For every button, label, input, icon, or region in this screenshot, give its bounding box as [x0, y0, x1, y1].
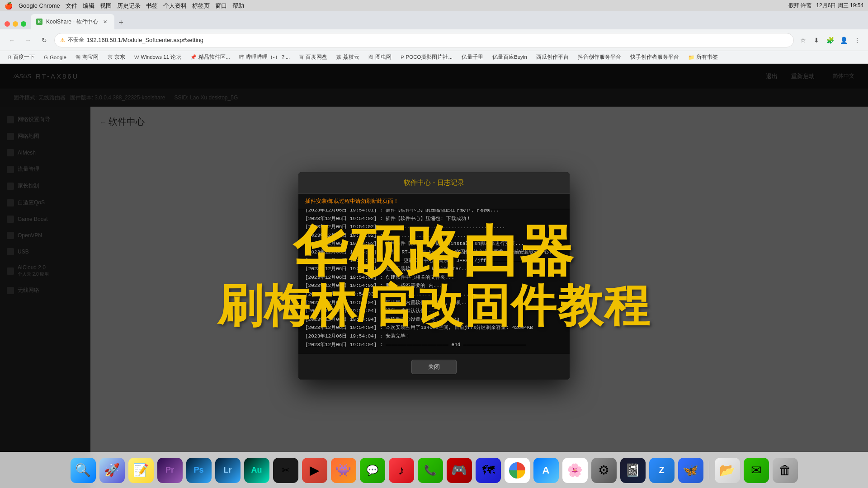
dock-music[interactable]: ♪: [389, 458, 414, 483]
active-tab[interactable]: K KoolShare - 软件中心 ✕: [31, 14, 114, 29]
dock-finder[interactable]: 🔍: [71, 458, 96, 483]
menu-profile[interactable]: 个人资料: [163, 2, 187, 10]
dock-lightroom[interactable]: Lr: [215, 458, 241, 483]
new-tab-btn[interactable]: +: [114, 16, 128, 29]
bookmark-all-icon: 📁: [688, 54, 694, 61]
address-bar: ← → ↻ ⚠ 不安全 192.168.50.1/Module_Softcent…: [0, 29, 868, 51]
menu-bookmarks[interactable]: 书签: [146, 2, 158, 10]
back-btn[interactable]: ←: [5, 34, 18, 47]
log-line: [2023年12月06日 19:54:04] : 为软件中心设置版本号: 1.9…: [305, 316, 563, 324]
bookmark-win11-icon: W: [134, 55, 139, 60]
dock-photoshop[interactable]: Ps: [186, 458, 212, 483]
bookmark-douyin[interactable]: 抖音创作服务平台: [574, 52, 625, 62]
bookmark-jd[interactable]: 京 京东: [104, 52, 129, 62]
bookmark-buyin[interactable]: 亿量百应Buyin: [489, 52, 531, 62]
menu-bar: 🍎 Google Chrome 文件 编辑 视图 历史记录 书签 个人资料 标签…: [0, 0, 868, 11]
menu-user: 假拜·许斋: [788, 2, 811, 9]
bookmark-bilibili-icon: 哔: [239, 54, 244, 61]
bookmark-all[interactable]: 📁 所有书签: [684, 52, 722, 62]
dock-wechat[interactable]: 💬: [360, 458, 385, 483]
dock-trash[interactable]: 🗑: [773, 458, 798, 483]
bookmark-xigua[interactable]: 西瓜创作平台: [533, 52, 572, 62]
log-line: [2023年12月06日 19:54:02] : 机型: RT-AX86U ko…: [305, 249, 563, 257]
bookmark-poco[interactable]: P POCO摄影图片社...: [397, 52, 456, 62]
address-bar-right: ☆ ⬇ 🧩 👤 ⋮: [797, 35, 863, 46]
bookmark-poco-label: POCO摄影图片社...: [406, 54, 453, 61]
download-icon[interactable]: ⬇: [811, 35, 822, 46]
bookmark-kuaishou-label: 快手创作者服务平台: [630, 54, 679, 61]
bookmark-bilibili-label: 哔哩哔哩（-）？...: [246, 54, 290, 61]
dock-audition[interactable]: Au: [244, 458, 269, 483]
maximize-window-btn[interactable]: [21, 21, 26, 27]
bookmark-yiliang[interactable]: 亿量千里: [458, 52, 487, 62]
dock-movist[interactable]: ▶: [302, 458, 327, 483]
insecure-label: 不安全: [68, 36, 84, 44]
bookmarks-bar: B 百度一下 G Google 淘 淘宝网 京 京东 W Windows 11 …: [0, 51, 868, 64]
menu-edit[interactable]: 编辑: [83, 2, 94, 10]
bookmark-baidu-cloud[interactable]: 百 百度网盘: [295, 52, 331, 62]
dock-photos[interactable]: 🌸: [562, 458, 588, 483]
bookmark-cloud-icon: 百: [299, 54, 304, 61]
dock-game-center[interactable]: 🎮: [447, 458, 472, 483]
bookmark-taobao[interactable]: 淘 淘宝网: [72, 52, 102, 62]
bookmark-kuaishou[interactable]: 快手创作者服务平台: [627, 52, 683, 62]
reload-btn[interactable]: ↻: [38, 34, 51, 47]
apple-menu[interactable]: 🍎: [5, 2, 13, 10]
dock-feishu[interactable]: 🦋: [678, 458, 703, 483]
log-line: [2023年12月06日 19:54:02] : 插件【软件中心】压缩包: 下载…: [305, 215, 563, 223]
log-line: [2023年12月06日 19:54:02] : ...............…: [305, 223, 563, 231]
bookmark-win11[interactable]: W Windows 11 论坛: [131, 52, 185, 62]
dock-finder-2[interactable]: 📂: [715, 458, 740, 483]
bookmark-xigua-label: 西瓜创作平台: [536, 54, 569, 61]
extension-icon[interactable]: 🧩: [825, 35, 835, 46]
menu-file[interactable]: 文件: [66, 2, 77, 10]
dock-appstore[interactable]: A: [533, 458, 559, 483]
bookmark-douyin-label: 抖音创作服务平台: [578, 54, 621, 61]
bookmark-tuchong[interactable]: 图 图虫网: [365, 52, 395, 62]
dock-zoom[interactable]: Z: [649, 458, 675, 483]
dock-facetime[interactable]: 📞: [418, 458, 443, 483]
dock-capcut[interactable]: ✂: [273, 458, 298, 483]
dock-launchpad[interactable]: 🚀: [99, 458, 125, 483]
profile-icon[interactable]: 👤: [838, 35, 849, 46]
log-dialog-header: 软件中心 - 日志记录: [298, 172, 570, 194]
minimize-window-btn[interactable]: [13, 21, 18, 27]
dock-chrome[interactable]: [505, 458, 530, 483]
close-window-btn[interactable]: [5, 21, 10, 27]
bookmark-google-label: Google: [50, 55, 66, 60]
menu-chrome[interactable]: Google Chrome: [19, 2, 60, 9]
url-bar[interactable]: ⚠ 不安全 192.168.50.1/Module_Softcenter.asp…: [54, 33, 794, 47]
menu-history[interactable]: 历史记录: [117, 2, 141, 10]
dock-notes[interactable]: 📝: [128, 458, 154, 483]
close-dialog-btn[interactable]: 关闭: [411, 360, 457, 374]
log-footer: 关闭: [298, 354, 570, 380]
bookmark-yiliang-label: 亿量千里: [462, 54, 483, 61]
bookmark-baidu-label: 百度一下: [13, 54, 35, 61]
forward-btn[interactable]: →: [22, 34, 34, 47]
bookmark-google[interactable]: G Google: [40, 52, 70, 62]
dock-imessage[interactable]: ✉: [744, 458, 769, 483]
dock: 🔍 🚀 📝 Pr Ps Lr Au ✂ ▶ 👾 💬 ♪ 📞 🎮 🗺 A 🌸 ⚙ …: [0, 452, 868, 488]
log-content[interactable]: [2023年12月06日 19:54:01] : 插件【软件中心】的压缩包正在下…: [298, 209, 570, 354]
menu-window[interactable]: 窗口: [215, 2, 227, 10]
tab-close-btn[interactable]: ✕: [102, 18, 109, 25]
menu-tabs[interactable]: 标签页: [192, 2, 210, 10]
tab-bar: K KoolShare - 软件中心 ✕ +: [0, 11, 868, 29]
log-line: [2023年12月06日 19:54:03] : 删除一些不需要的 内...: [305, 282, 563, 290]
menu-dots-icon[interactable]: ⋮: [852, 35, 863, 46]
dock-baidu-maps[interactable]: 🗺: [476, 458, 501, 483]
bookmark-star-icon[interactable]: ☆: [797, 35, 808, 46]
dock-system-prefs[interactable]: ⚙: [591, 458, 617, 483]
log-line: [2023年12月06日 19:54:02] : ——————更新软件中心到新系…: [305, 257, 563, 265]
bookmark-bilibili[interactable]: 哔 哔哩哔哩（-）？...: [236, 52, 293, 62]
bookmark-software-label: 精品软件区...: [198, 54, 230, 61]
log-line: [2023年12月06日 19:54:04] : 本次安装占用了1340KB空间…: [305, 324, 563, 332]
bookmark-lizhi[interactable]: 荔 荔枝云: [333, 52, 363, 62]
dock-notchmeister[interactable]: 📓: [620, 458, 646, 483]
bookmark-baidu[interactable]: B 百度一下: [5, 52, 38, 62]
bookmark-software[interactable]: 📌 精品软件区...: [187, 52, 234, 62]
dock-premiere[interactable]: Pr: [157, 458, 183, 483]
dock-popclip[interactable]: 👾: [331, 458, 356, 483]
menu-view[interactable]: 视图: [100, 2, 112, 10]
menu-help[interactable]: 帮助: [232, 2, 244, 10]
